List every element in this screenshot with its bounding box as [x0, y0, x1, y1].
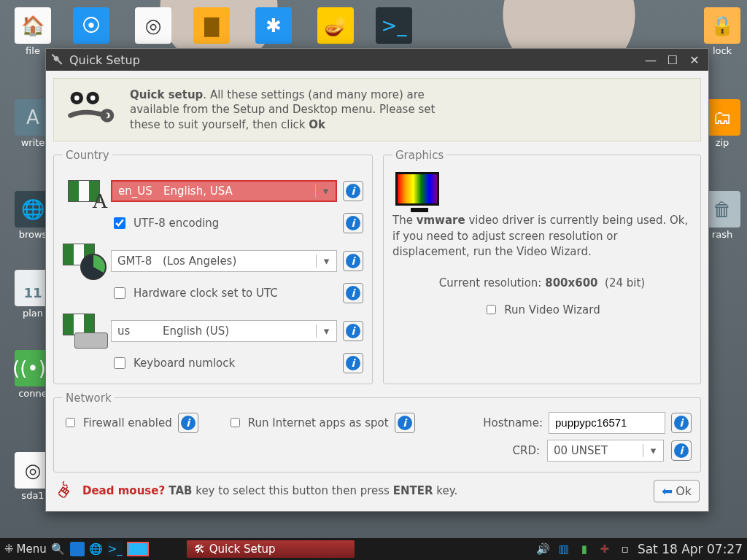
info-icon: i	[346, 184, 360, 198]
launcher-install[interactable]: ▇	[190, 7, 233, 45]
numlock-checkbox[interactable]	[114, 357, 125, 369]
mascot-icon	[66, 88, 117, 128]
terminal-icon: >_	[376, 7, 412, 44]
tray-windows-icon[interactable]: ▥	[557, 542, 570, 556]
firewall-label: Firewall enabled	[83, 416, 172, 429]
hostname-info-button[interactable]: i	[671, 413, 692, 433]
video-wizard-checkbox[interactable]	[487, 305, 496, 314]
locale-select[interactable]: en_US English, USA ▾	[111, 180, 337, 202]
timezone-icon	[63, 244, 105, 279]
arrow-left-icon: ⬅	[662, 483, 673, 499]
crd-select[interactable]: 00 UNSET ▾	[547, 440, 664, 462]
maximize-button[interactable]: ☐	[663, 52, 682, 68]
hwclock-info-button[interactable]: i	[343, 283, 363, 303]
locale-icon: A	[63, 174, 105, 209]
ok-button-label: Ok	[676, 484, 692, 498]
window-title: Quick Setup	[69, 53, 140, 67]
video-wizard-label: Run Video Wizard	[504, 303, 600, 316]
svg-point-3	[90, 96, 96, 101]
keyboard-select[interactable]: us English (US) ▾	[111, 320, 337, 342]
close-button[interactable]: ✕	[685, 52, 704, 68]
info-icon: i	[181, 416, 196, 430]
taskbar-globe-icon[interactable]: 🌐	[89, 542, 104, 556]
numlock-label: Keyboard numlock	[133, 357, 235, 370]
tz-label: (Los Angeles)	[163, 254, 316, 268]
taskbar-terminal-icon[interactable]: >_	[108, 542, 123, 556]
lifebuoy-icon: ⦿	[73, 7, 109, 44]
network-tray-icon[interactable]: ▫	[619, 542, 632, 556]
volume-icon[interactable]: 🔊	[537, 542, 550, 556]
timezone-select[interactable]: GMT-8 (Los Angeles) ▾	[111, 250, 337, 272]
info-icon: i	[674, 443, 689, 458]
locale-code: en_US	[112, 184, 163, 198]
crd-info-button[interactable]: i	[671, 440, 692, 461]
task-quick-setup[interactable]: 🛠 Quick Setup	[187, 540, 355, 558]
wrench-icon: 🛠	[194, 542, 205, 556]
search-icon[interactable]: 🔍	[51, 542, 66, 556]
hwclock-label: Hardware clock set to UTC	[133, 287, 278, 300]
network-group: Network Firewall enabled i Run Internet …	[53, 392, 701, 472]
crd-label: CRD:	[513, 444, 541, 457]
info-icon: i	[398, 416, 412, 430]
disk-icon: ◎	[135, 7, 171, 44]
home-icon: 🏠	[15, 7, 51, 44]
network-legend: Network	[63, 392, 115, 405]
taskbar-clock[interactable]: Sat 18 Apr 07:27	[638, 542, 743, 556]
package-icon: ▇	[193, 7, 230, 44]
graphics-legend: Graphics	[392, 149, 446, 162]
lamp-icon: 🪔	[317, 7, 354, 44]
firewall-checkbox[interactable]	[66, 418, 75, 427]
shield-icon[interactable]: ✚	[598, 542, 611, 556]
kb-label: English (US)	[163, 324, 316, 338]
info-icon: i	[346, 324, 360, 338]
utf8-label: UTF-8 encoding	[133, 217, 219, 230]
country-legend: Country	[63, 149, 112, 162]
intro-banner: Quick setup. All these settings (and man…	[53, 78, 701, 141]
tz-code: GMT-8	[112, 254, 163, 268]
chevron-down-icon: ▾	[315, 184, 336, 198]
info-icon: i	[346, 286, 360, 300]
keyboard-icon	[63, 314, 105, 349]
info-icon: i	[346, 216, 360, 230]
taskbar: ⁜ Menu 🔍 🌐 >_ 🛠 Quick Setup 🔊 ▥ ▮ ✚ ▫ Sa…	[0, 538, 747, 560]
menu-label: Menu	[17, 542, 47, 556]
menu-button[interactable]: ⁜ Menu	[4, 542, 47, 556]
titlebar[interactable]: Quick Setup — ☐ ✕	[46, 49, 708, 71]
svg-point-2	[74, 96, 80, 101]
launcher-setup[interactable]: ◎	[131, 7, 175, 45]
gear-icon: ✱	[255, 7, 292, 44]
locale-info-button[interactable]: i	[343, 181, 363, 201]
spot-label: Run Internet apps as spot	[248, 416, 389, 429]
launcher-term[interactable]: >_	[372, 7, 416, 45]
workspace-thumb[interactable]	[127, 542, 149, 556]
lock-icon: 🔒	[704, 7, 740, 44]
utf8-info-button[interactable]: i	[343, 213, 363, 233]
trash-icon: 🗑	[704, 191, 740, 228]
launcher-edit[interactable]: ✱	[252, 7, 295, 45]
keyboard-info-button[interactable]: i	[343, 321, 363, 341]
utf8-checkbox[interactable]	[114, 217, 125, 229]
battery-icon[interactable]: ▮	[578, 542, 591, 556]
hostname-input[interactable]	[549, 412, 665, 434]
crd-value: 00 UNSET	[548, 444, 643, 457]
hwclock-checkbox[interactable]	[114, 287, 125, 299]
launcher-lamp[interactable]: 🪔	[314, 7, 357, 45]
info-icon: i	[346, 254, 360, 268]
chevron-down-icon: ▾	[316, 324, 336, 338]
launcher-help[interactable]: ⦿	[69, 7, 113, 45]
spot-checkbox[interactable]	[231, 418, 240, 427]
ok-button[interactable]: ⬅ Ok	[654, 480, 700, 502]
graphics-text: The vmware video driver is currently bei…	[392, 213, 692, 260]
country-group: Country A en_US English, USA ▾ i UTF-8 e…	[53, 149, 373, 384]
numlock-info-button[interactable]: i	[343, 353, 363, 373]
firewall-info-button[interactable]: i	[178, 413, 198, 433]
chevron-down-icon: ▾	[316, 254, 336, 268]
task-label: Quick Setup	[209, 542, 276, 556]
timezone-info-button[interactable]: i	[343, 251, 363, 271]
info-icon: i	[674, 416, 689, 430]
minimize-button[interactable]: —	[641, 52, 660, 68]
monitor-icon	[395, 172, 439, 206]
show-desktop-icon[interactable]	[70, 542, 85, 556]
hostname-label: Hostname:	[483, 416, 543, 429]
spot-info-button[interactable]: i	[395, 413, 415, 433]
